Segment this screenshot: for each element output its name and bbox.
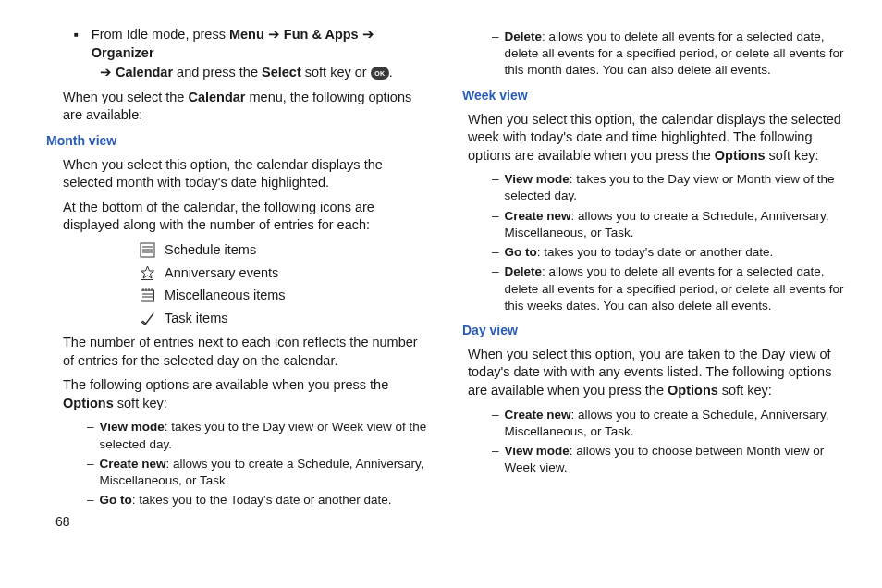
list-item: –View mode: allows you to choose between… (492, 443, 847, 476)
day-options: –Create new: allows you to create a Sche… (462, 407, 847, 477)
day-p1: When you select this option, you are tak… (462, 346, 847, 400)
page-number: 68 (46, 513, 431, 531)
anniversary-row: Anniversary events (46, 264, 431, 283)
day-view-heading: Day view (462, 322, 847, 339)
list-item: –View mode: takes you to the Day view or… (492, 171, 847, 204)
schedule-row: Schedule items (46, 241, 431, 260)
list-item: –Create new: allows you to create a Sche… (87, 456, 431, 489)
list-item: –Create new: allows you to create a Sche… (492, 407, 847, 440)
month-p3: The number of entries next to each icon … (46, 334, 431, 370)
week-options: –View mode: takes you to the Day view or… (462, 171, 847, 314)
ok-icon: OK (371, 67, 389, 80)
nav-text: From Idle mode, press Menu ➔ Fun & Apps … (92, 26, 431, 62)
list-item: –Delete: allows you to delete all events… (492, 29, 847, 80)
anniversary-icon (139, 264, 155, 281)
svg-marker-4 (141, 266, 153, 278)
nav-step: ■ From Idle mode, press Menu ➔ Fun & App… (46, 26, 431, 62)
misc-icon (139, 288, 155, 304)
month-p2: At the bottom of the calendar, the follo… (46, 199, 431, 235)
svg-rect-6 (141, 290, 153, 301)
week-view-heading: Week view (462, 87, 847, 104)
month-options-cont: –Delete: allows you to delete all events… (462, 29, 847, 80)
nav-text-cont: ➔ Calendar and press the Select soft key… (46, 64, 431, 82)
list-item: –Go to: takes you to today's date or ano… (492, 244, 847, 261)
month-view-heading: Month view (46, 132, 431, 150)
calendar-select-text: When you select the Calendar menu, the f… (46, 89, 431, 125)
bullet-icon: ■ (74, 31, 79, 41)
week-p1: When you select this option, the calenda… (462, 111, 847, 165)
right-column: –Delete: allows you to delete all events… (462, 26, 847, 577)
month-options: –View mode: takes you to the Day view or… (46, 419, 431, 508)
month-p4: The following options are available when… (46, 376, 431, 412)
list-item: –Create new: allows you to create a Sche… (492, 208, 847, 241)
page: ■ From Idle mode, press Menu ➔ Fun & App… (0, 0, 882, 588)
left-column: ■ From Idle mode, press Menu ➔ Fun & App… (46, 26, 431, 577)
misc-row: Miscellaneous items (46, 287, 431, 305)
month-p1: When you select this option, the calenda… (46, 156, 431, 192)
list-item: –Delete: allows you to delete all events… (492, 263, 847, 314)
task-icon (139, 310, 155, 326)
list-item: –View mode: takes you to the Day view or… (87, 419, 431, 452)
schedule-icon (139, 242, 155, 259)
task-row: Task items (46, 310, 431, 328)
list-item: –Go to: takes you to the Today's date or… (87, 492, 431, 508)
